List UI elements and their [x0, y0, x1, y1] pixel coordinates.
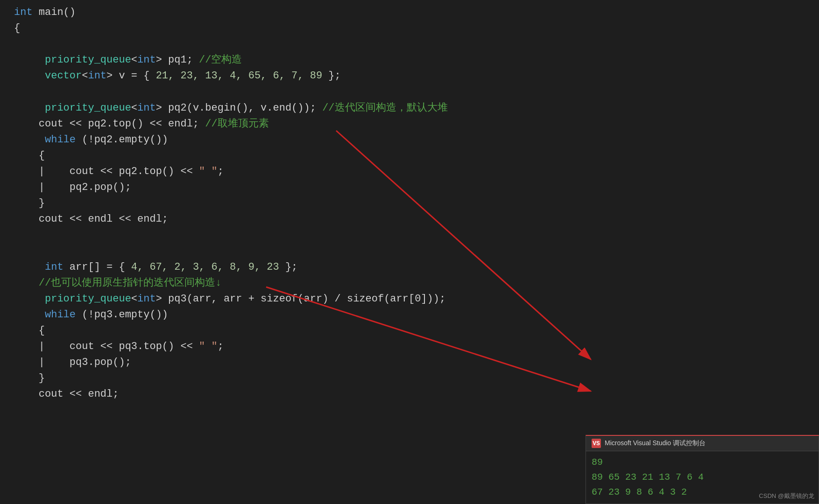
code-line-blank-4: [14, 243, 805, 259]
debug-output-line-2: 89 65 23 21 13 7 6 4: [592, 470, 813, 485]
code-line-11: | cout << pq2.top() << " ";: [14, 164, 805, 180]
code-line-22: | cout << pq3.top() << " ";: [14, 339, 805, 355]
code-line-20: while (!pq3.empty()): [14, 307, 805, 323]
code-text: main(): [39, 7, 76, 18]
code-line-5: vector<int> v = { 21, 23, 13, 4, 65, 6, …: [14, 68, 805, 84]
code-line-14: cout << endl << endl;: [14, 211, 805, 227]
code-line-21: {: [14, 323, 805, 339]
code-line-18: //也可以使用原生指针的迭代区间构造↓: [14, 275, 805, 291]
debug-title-bar: VS Microsoft Visual Studio 调试控制台: [586, 436, 819, 451]
code-line-8: cout << pq2.top() << endl; //取堆顶元素: [14, 116, 805, 132]
code-area: int main() { priority_queue<int> pq1; //…: [0, 0, 819, 407]
keyword-int: int: [14, 7, 33, 18]
code-line-2: {: [14, 21, 805, 36]
code-line-blank-3: [14, 227, 805, 243]
code-line-1: int main(): [14, 5, 805, 21]
code-line-25: cout << endl;: [14, 386, 805, 402]
code-line-blank-2: [14, 84, 805, 100]
code-line-4: priority_queue<int> pq1; //空构造: [14, 52, 805, 68]
code-line-17: int arr[] = { 4, 67, 2, 3, 6, 8, 9, 23 }…: [14, 259, 805, 275]
code-line-19: priority_queue<int> pq3(arr, arr + sizeo…: [14, 291, 805, 307]
watermark: CSDN @戴墨镜的龙: [759, 492, 814, 500]
code-line-12: | pq2.pop();: [14, 180, 805, 196]
vs-icon: VS: [592, 439, 601, 448]
code-line-10: {: [14, 148, 805, 164]
debug-output-line-1: 89: [592, 455, 813, 470]
code-line-23: | pq3.pop();: [14, 355, 805, 371]
debug-panel-title: Microsoft Visual Studio 调试控制台: [605, 439, 706, 448]
code-line-7: priority_queue<int> pq2(v.begin(), v.end…: [14, 100, 805, 116]
code-line-9: while (!pq2.empty()): [14, 132, 805, 148]
code-line-blank-1: [14, 36, 805, 52]
code-line-13: }: [14, 196, 805, 211]
code-line-24: }: [14, 371, 805, 386]
